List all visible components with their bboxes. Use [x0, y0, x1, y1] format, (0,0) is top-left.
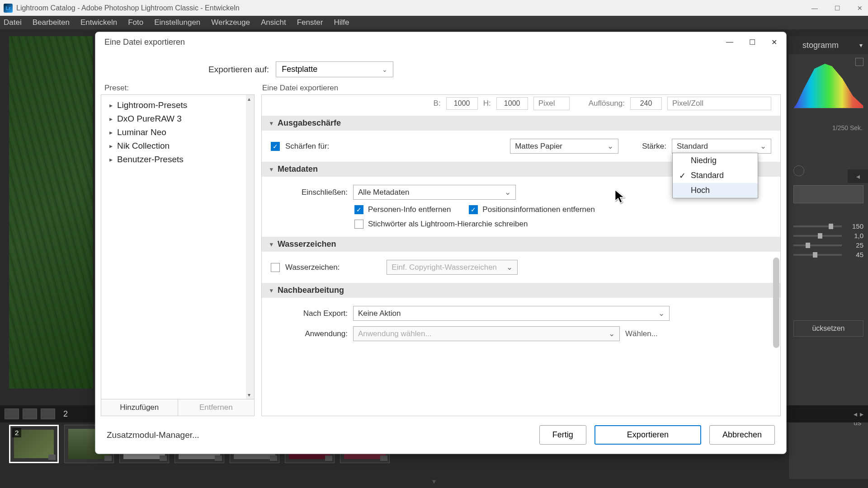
cancel-button[interactable]: Abbrechen [709, 425, 775, 445]
dropdown-option-low[interactable]: Niedrig [673, 153, 758, 168]
preset-lightroom[interactable]: Lightroom-Presets [101, 99, 254, 112]
preset-luminar[interactable]: Luminar Neo [101, 126, 254, 139]
preset-remove-button[interactable]: Entfernen [178, 399, 255, 416]
main-menubar: Datei Bearbeiten Entwickeln Foto Einstel… [0, 16, 868, 29]
application-label: Anwendung: [271, 329, 348, 338]
dialog-minimize-button[interactable]: — [726, 38, 733, 47]
export-to-select[interactable]: Festplatte [276, 61, 393, 77]
include-metadata-select[interactable]: Alle Metadaten [353, 185, 516, 200]
preset-user[interactable]: Benutzer-Presets [101, 153, 254, 166]
filmstrip-collapse-icon[interactable]: ▾ [432, 477, 436, 486]
nav-prev-icon[interactable]: ◂ [854, 410, 857, 418]
slider-2[interactable]: 1,0 [789, 231, 868, 240]
preset-label: Preset: [101, 82, 255, 94]
sharpen-checkbox[interactable]: ✓ [271, 142, 280, 151]
remove-location-label: Positionsinformationen entfernen [482, 205, 595, 214]
maximize-button[interactable]: ☐ [833, 4, 842, 13]
resolution-label: Auflösung: [589, 99, 625, 108]
sharpen-for-label: Schärfen für: [285, 142, 329, 151]
slider-1[interactable]: 150 [789, 221, 868, 231]
watermark-select: Einf. Copyright-Wasserzeichen [387, 260, 518, 275]
sharpen-for-select[interactable]: Mattes Papier [510, 139, 618, 154]
color-swatch[interactable] [793, 185, 863, 203]
after-export-label: Nach Export: [271, 309, 348, 318]
menu-werkzeuge[interactable]: Werkzeuge [211, 18, 250, 27]
slider-3[interactable]: 25 [789, 240, 868, 250]
menu-fenster[interactable]: Fenster [297, 18, 323, 27]
preset-dxo[interactable]: DxO PureRAW 3 [101, 112, 254, 126]
menu-ansicht[interactable]: Ansicht [261, 18, 286, 27]
done-button[interactable]: Fertig [539, 425, 586, 445]
resolution-unit-select[interactable]: Pixel/Zoll [667, 97, 771, 110]
height-input[interactable] [496, 97, 528, 110]
section-postprocessing[interactable]: Nachbearbeitung [262, 283, 780, 298]
preset-add-button[interactable]: Hinzufügen [101, 399, 178, 416]
window-title: Lightroom Catalog - Adobe Photoshop Ligh… [16, 4, 240, 12]
size-unit-select[interactable]: Pixel [533, 97, 570, 110]
menu-hilfe[interactable]: Hilfe [334, 18, 349, 27]
image-sizing-row: B: H: Pixel Auflösung: Pixel/Zoll [262, 95, 780, 116]
view-mode-loupe-icon[interactable] [5, 408, 19, 419]
histogram-header[interactable]: stogramm [789, 36, 868, 54]
width-label: B: [434, 99, 441, 108]
remove-location-checkbox[interactable]: ✓ [469, 205, 478, 214]
image-preview [9, 36, 93, 389]
view-mode-survey-icon[interactable] [41, 408, 55, 419]
application-select: Anwendung wählen... [353, 326, 620, 341]
menu-einstellungen[interactable]: Einstellungen [154, 18, 200, 27]
remove-person-label: Personen-Info entfernen [368, 205, 451, 214]
close-button[interactable]: ✕ [855, 4, 864, 13]
dialog-maximize-button[interactable]: ☐ [749, 38, 755, 47]
menu-bearbeiten[interactable]: Bearbeiten [33, 18, 70, 27]
tool-icon[interactable] [793, 165, 804, 176]
panel-collapse-icon[interactable]: ◂ [848, 169, 868, 183]
reset-button[interactable]: ücksetzen [793, 320, 863, 337]
watermark-checkbox[interactable] [271, 263, 280, 272]
section-watermark[interactable]: Wasserzeichen [262, 237, 780, 252]
preset-nik[interactable]: Nik Collection [101, 139, 254, 153]
after-export-select[interactable]: Keine Aktion [353, 306, 670, 321]
view-mode-compare-icon[interactable] [23, 408, 37, 419]
menu-foto[interactable]: Foto [128, 18, 143, 27]
choose-app-button[interactable]: Wählen... [625, 329, 658, 338]
resolution-input[interactable] [630, 97, 662, 110]
export-button[interactable]: Exportieren [594, 425, 701, 445]
settings-panel: B: H: Pixel Auflösung: Pixel/Zoll Ausgab… [261, 94, 781, 416]
histogram [789, 54, 868, 122]
main-titlebar: Lr Lightroom Catalog - Adobe Photoshop L… [0, 0, 868, 16]
lightroom-app-icon: Lr [4, 4, 13, 13]
preset-list: Lightroom-Presets DxO PureRAW 3 Luminar … [101, 94, 255, 399]
plugin-manager-button[interactable]: Zusatzmodul-Manager... [107, 430, 199, 440]
preset-scrollbar[interactable] [246, 95, 254, 399]
settings-scrollbar[interactable] [773, 258, 779, 348]
nav-next-icon[interactable]: ▸ [860, 410, 863, 418]
menu-entwickeln[interactable]: Entwickeln [80, 18, 117, 27]
clipping-indicator-icon[interactable] [855, 58, 863, 66]
section-output-sharpening[interactable]: Ausgabeschärfe [262, 116, 780, 131]
menu-datei[interactable]: Datei [4, 18, 22, 27]
filmstrip-badge: 2 [63, 409, 68, 419]
watermark-label: Wasserzeichen: [285, 263, 340, 272]
dialog-titlebar: Eine Datei exportieren — ☐ ✕ [95, 32, 786, 52]
keywords-hierarchy-checkbox[interactable] [354, 220, 363, 229]
dialog-close-button[interactable]: ✕ [771, 38, 777, 47]
export-dialog: Eine Datei exportieren — ☐ ✕ Exportieren… [95, 32, 787, 454]
sharpen-amount-label: Stärke: [642, 142, 666, 151]
keywords-hierarchy-label: Stichwörter als Lightroom-Hierarchie sch… [368, 220, 528, 229]
slider-4[interactable]: 45 [789, 250, 868, 259]
minimize-button[interactable]: — [810, 4, 819, 13]
sharpen-amount-dropdown: Niedrig Standard Hoch [672, 153, 758, 198]
height-label: H: [483, 99, 491, 108]
width-input[interactable] [446, 97, 478, 110]
sharpen-amount-select[interactable]: Standard Niedrig Standard Hoch [672, 139, 771, 154]
dropdown-option-standard[interactable]: Standard [673, 168, 758, 183]
dialog-title: Eine Datei exportieren [104, 38, 185, 47]
settings-heading: Eine Datei exportieren [261, 82, 781, 94]
shutter-speed-readout: 1/250 Sek. [789, 122, 868, 134]
dropdown-option-high[interactable]: Hoch [673, 183, 758, 198]
include-label: Einschließen: [271, 188, 348, 197]
thumbnail-1[interactable]: 2 [9, 425, 59, 463]
export-to-label: Exportieren auf: [208, 65, 269, 75]
remove-person-checkbox[interactable]: ✓ [354, 205, 363, 214]
